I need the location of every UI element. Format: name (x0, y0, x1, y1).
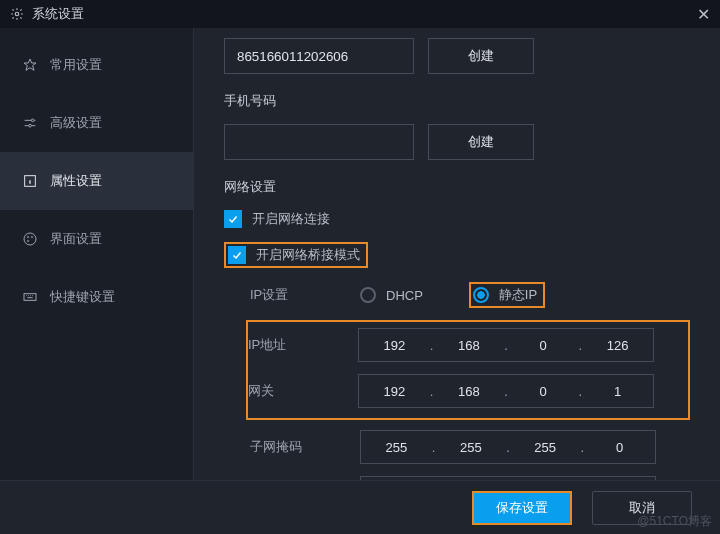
sidebar-item-label: 属性设置 (50, 172, 102, 190)
phone-input[interactable] (224, 124, 414, 160)
info-icon (22, 173, 38, 189)
settings-window: 系统设置 ✕ 常用设置 高级设置 属性设置 界面设置 快捷键设置 (0, 0, 720, 534)
svg-point-0 (15, 12, 19, 16)
window-title: 系统设置 (32, 5, 84, 23)
svg-point-6 (27, 236, 29, 238)
sidebar-item-advanced[interactable]: 高级设置 (0, 94, 193, 152)
enable-bridge-checkbox[interactable] (228, 246, 246, 264)
gateway-input[interactable]: 192.168.0.1 (358, 374, 654, 408)
footer: 保存设置 取消 (0, 480, 720, 534)
ip-settings-label: IP设置 (250, 286, 360, 304)
gateway-label: 网关 (248, 382, 358, 400)
ip-block-highlight: IP地址 192.168.0.126 网关 192.168.0.1 (246, 320, 690, 420)
sidebar-item-common[interactable]: 常用设置 (0, 36, 193, 94)
save-button[interactable]: 保存设置 (472, 491, 572, 525)
svg-point-7 (31, 236, 33, 238)
subnet-input[interactable]: 255.255.255.0 (360, 430, 656, 464)
svg-point-3 (29, 124, 32, 127)
sidebar: 常用设置 高级设置 属性设置 界面设置 快捷键设置 (0, 28, 194, 480)
palette-icon (22, 231, 38, 247)
subnet-label: 子网掩码 (250, 438, 360, 456)
phone-label: 手机号码 (224, 92, 690, 110)
enable-net-checkbox[interactable] (224, 210, 242, 228)
sidebar-item-label: 常用设置 (50, 56, 102, 74)
static-radio[interactable]: 静态IP (473, 286, 537, 304)
create-button-2[interactable]: 创建 (428, 124, 534, 160)
sliders-icon (22, 115, 38, 131)
content-panel: 创建 手机号码 创建 网络设置 开启网络连接 开启网络桥接模式 IP设置 (194, 28, 720, 480)
sidebar-item-label: 高级设置 (50, 114, 102, 132)
static-highlight: 静态IP (469, 282, 545, 308)
dhcp-radio[interactable]: DHCP (360, 287, 423, 303)
id-input[interactable] (224, 38, 414, 74)
svg-rect-9 (24, 294, 36, 301)
close-icon[interactable]: ✕ (697, 5, 710, 24)
sidebar-item-ui[interactable]: 界面设置 (0, 210, 193, 268)
sidebar-item-label: 快捷键设置 (50, 288, 115, 306)
sidebar-item-label: 界面设置 (50, 230, 102, 248)
sidebar-item-hotkey[interactable]: 快捷键设置 (0, 268, 193, 326)
sidebar-item-property[interactable]: 属性设置 (0, 152, 193, 210)
svg-marker-1 (24, 59, 36, 70)
svg-point-5 (24, 233, 36, 245)
ip-addr-input[interactable]: 192.168.0.126 (358, 328, 654, 362)
network-section-title: 网络设置 (224, 178, 690, 196)
titlebar: 系统设置 ✕ (0, 0, 720, 28)
cancel-button[interactable]: 取消 (592, 491, 692, 525)
keyboard-icon (22, 289, 38, 305)
enable-net-label: 开启网络连接 (252, 210, 330, 228)
enable-bridge-label: 开启网络桥接模式 (256, 246, 360, 264)
gear-icon (10, 7, 24, 21)
svg-point-2 (31, 119, 34, 122)
bridge-highlight: 开启网络桥接模式 (224, 242, 368, 268)
svg-point-8 (27, 240, 29, 242)
ip-addr-label: IP地址 (248, 336, 358, 354)
star-icon (22, 57, 38, 73)
create-button-1[interactable]: 创建 (428, 38, 534, 74)
